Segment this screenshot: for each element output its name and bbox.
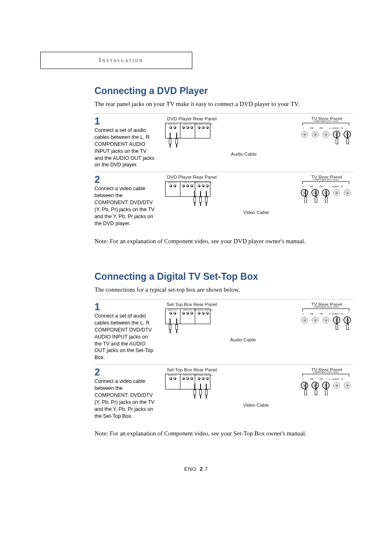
tv-jack-lbl-audio: L - AUDIO - R	[329, 378, 343, 380]
footer-chapter: 2	[200, 466, 203, 472]
cable-label-audio: Audio Cable	[230, 337, 256, 342]
src-group-video: VIDEO OUT	[183, 374, 192, 376]
tv-jack-pr	[323, 131, 329, 138]
src-video-plugs	[193, 389, 208, 402]
step-number: 2	[95, 367, 156, 377]
tv-jack-l	[333, 189, 340, 196]
step-number: 1	[95, 116, 156, 126]
tv-audio-plugs	[334, 324, 351, 341]
stb-rear-panel: AUDIO OUT VIDEO OUT COMPONENT VIDEO OUT	[165, 374, 210, 389]
cable-label-video: Video Cable	[243, 403, 269, 408]
step-description: Connect a set of audio cables between th…	[95, 313, 156, 361]
chapter-header-label: Installation	[99, 57, 143, 64]
section-dvd: Connecting a DVD Player The rear panel j…	[95, 85, 353, 251]
src-group-component: COMPONENT VIDEO OUT	[193, 374, 213, 376]
tv-jack-r	[344, 382, 350, 389]
src-group-component: COMPONENT VIDEO OUT	[193, 182, 213, 184]
tv-jack-y	[301, 131, 308, 138]
dvd-step-1-diagram: DVD Player Rear Panel TV Rear Panel AUDI…	[161, 116, 353, 166]
stb-step-2: 2 Connect a video cable between the COMP…	[95, 365, 353, 423]
tv-jack-lbl-audio: L - AUDIO - R	[329, 313, 343, 315]
tv-jack-lbl-y: Y	[302, 127, 304, 129]
src-group-audio: AUDIO OUT	[168, 182, 177, 184]
src-panel-title: Set Top Box Rear Panel	[165, 367, 219, 372]
step-description: Connect a set of audio cables between th…	[95, 127, 156, 168]
tv-group-label: COMPONENT (DTV / DVD)	[311, 178, 340, 181]
chapter-header-tab: Installation	[40, 52, 192, 69]
section-dvd-note: Note: For an explanation of Component vi…	[95, 238, 353, 245]
src-audio-plugs	[168, 324, 178, 336]
src-group-audio: AUDIO OUT	[168, 123, 177, 125]
tv-group-label: COMPONENT (DTV / DVD)	[311, 306, 340, 308]
dvd-rear-panel: AUDIO OUT VIDEO OUT COMPONENT VIDEO OUT	[165, 123, 210, 138]
stb-step-2-diagram: Set Top Box Rear Panel TV Rear Panel AUD…	[161, 367, 353, 417]
src-group-video: VIDEO OUT	[183, 123, 192, 125]
tv-jack-pb	[312, 317, 318, 323]
tv-jack-y	[301, 382, 308, 389]
src-panel-title: DVD Player Rear Panel	[165, 175, 219, 180]
tv-jack-pb	[312, 131, 318, 138]
step-number: 2	[95, 175, 156, 184]
dvd-step-1-text: 1 Connect a set of audio cables between …	[95, 116, 156, 168]
stb-step-1: 1 Connect a set of audio cables between …	[95, 299, 353, 365]
manual-page: Installation Connecting a DVD Player The…	[0, 0, 392, 555]
tv-jack-lbl-pr: PR	[320, 127, 323, 129]
src-group-component: COMPONENT VIDEO OUT	[193, 309, 213, 311]
section-stb-intro: The connections for a typical set-top bo…	[95, 286, 353, 293]
src-group-component: COMPONENT VIDEO OUT	[193, 123, 213, 125]
tv-jack-y	[301, 189, 308, 196]
src-video-plugs	[193, 197, 208, 209]
section-stb-title: Connecting a Digital TV Set-Top Box	[95, 271, 353, 282]
tv-jack-l	[333, 382, 340, 389]
src-group-audio: AUDIO OUT	[168, 374, 177, 376]
cable-label-audio: Audio Cable	[231, 152, 257, 157]
src-group-video: VIDEO OUT	[183, 182, 192, 184]
stb-step-1-diagram: Set Top Box Rear Panel TV Rear Panel AUD…	[161, 302, 353, 351]
src-group-audio: AUDIO OUT	[168, 309, 177, 311]
dvd-steps: 1 Connect a set of audio cables between …	[95, 113, 353, 230]
tv-jack-lbl-y: Y	[302, 378, 304, 380]
tv-audio-plugs	[334, 138, 351, 155]
section-dvd-title: Connecting a DVD Player	[95, 85, 353, 97]
stb-step-1-text: 1 Connect a set of audio cables between …	[95, 302, 156, 361]
section-stb-note: Note: For an explanation of Component vi…	[95, 430, 353, 437]
src-group-video: VIDEO OUT	[183, 309, 192, 311]
step-description: Connect a video cable between the COMPON…	[95, 378, 156, 419]
tv-group-label: COMPONENT (DTV / DVD)	[311, 120, 340, 122]
tv-jack-lbl-pb: PB	[310, 185, 313, 188]
tv-jack-lbl-y: Y	[302, 185, 304, 188]
src-panel-title: Set Top Box Rear Panel	[165, 302, 219, 307]
tv-video-plugs	[302, 389, 330, 406]
tv-jack-lbl-audio: L - AUDIO - R	[329, 185, 343, 188]
stb-step-2-text: 2 Connect a video cable between the COMP…	[95, 367, 156, 419]
src-audio-plugs	[168, 138, 178, 151]
tv-jack-lbl-audio: L - AUDIO - R	[329, 127, 343, 129]
dvd-step-2: 2 Connect a video cable between the COMP…	[95, 172, 353, 230]
footer-lang: ENG	[184, 466, 196, 472]
tv-jack-lbl-pr: PR	[320, 313, 323, 315]
stb-steps: 1 Connect a set of audio cables between …	[95, 299, 353, 423]
tv-jack-lbl-pb: PB	[310, 378, 313, 380]
tv-group-label: COMPONENT (DTV / DVD)	[311, 371, 340, 373]
src-panel-title: DVD Player Rear Panel	[165, 116, 219, 121]
footer-page: .7	[203, 466, 208, 472]
cable-label-video: Video Cable	[243, 210, 269, 215]
tv-video-plugs	[302, 197, 330, 213]
dvd-step-1: 1 Connect a set of audio cables between …	[95, 114, 353, 172]
tv-jack-lbl-y: Y	[302, 313, 304, 315]
tv-jack-y	[301, 317, 308, 323]
dvd-rear-panel: AUDIO OUT VIDEO OUT COMPONENT VIDEO OUT	[165, 181, 210, 197]
page-footer: ENG 2.7	[0, 466, 392, 472]
tv-jack-r	[344, 189, 350, 196]
step-description: Connect a video cable between the COMPON…	[95, 185, 156, 227]
dvd-step-2-diagram: DVD Player Rear Panel TV Rear Panel AUDI…	[161, 175, 353, 224]
tv-jack-lbl-pr: PR	[320, 185, 323, 188]
dvd-step-2-text: 2 Connect a video cable between the COMP…	[95, 175, 156, 227]
tv-jack-lbl-pb: PB	[310, 127, 313, 129]
stb-rear-panel: AUDIO OUT VIDEO OUT COMPONENT VIDEO OUT	[165, 309, 210, 324]
step-number: 1	[95, 302, 156, 312]
tv-jack-lbl-pb: PB	[310, 313, 313, 315]
section-stb: Connecting a Digital TV Set-Top Box The …	[95, 271, 353, 443]
section-dvd-intro: The rear panel jacks on your TV make it …	[95, 101, 353, 108]
tv-jack-lbl-pr: PR	[320, 378, 323, 380]
